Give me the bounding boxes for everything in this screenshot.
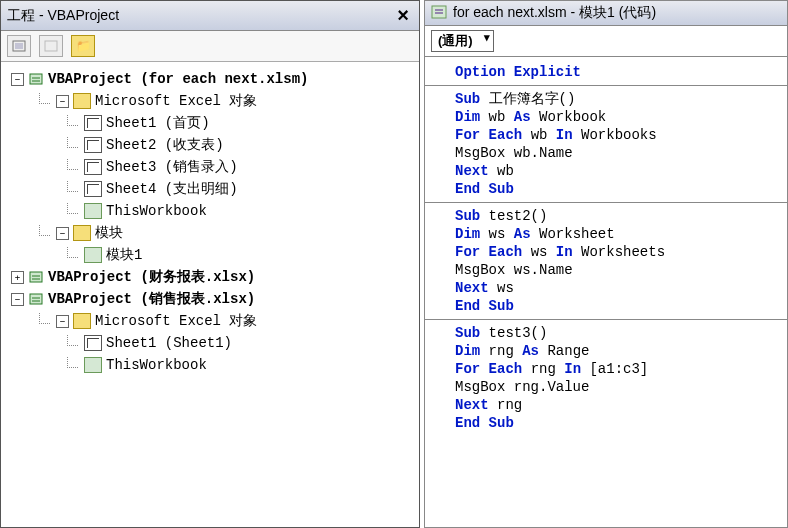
code-line: MsgBox ws.Name [455,261,781,279]
code-line: Dim ws As Worksheet [455,225,781,243]
svg-rect-4 [45,41,57,51]
code-line: For Each wb In Workbooks [455,126,781,144]
svg-rect-14 [432,6,446,18]
expand-collapse-icon[interactable]: − [11,73,24,86]
tree-node[interactable]: Sheet2 (收支表) [5,134,415,156]
module-icon [431,5,447,22]
project-explorer-toolbar: 📁 [1,31,419,62]
tree-node-label: ThisWorkbook [106,357,207,373]
sheet-icon [84,335,102,351]
tree-node[interactable]: Sheet1 (Sheet1) [5,332,415,354]
project-icon [28,292,44,306]
code-line: End Sub [455,297,781,315]
project-explorer-title: 工程 - VBAProject [7,7,119,25]
sheet-icon [84,137,102,153]
code-window-title: for each next.xlsm - 模块1 (代码) [453,4,656,22]
expand-collapse-icon[interactable]: − [56,227,69,240]
tree-node[interactable]: −Microsoft Excel 对象 [5,90,415,112]
code-line: Sub 工作簿名字() [455,90,781,108]
tree-node-label: VBAProject (财务报表.xlsx) [48,268,255,286]
code-line: Dim rng As Range [455,342,781,360]
tree-node[interactable]: ThisWorkbook [5,200,415,222]
expand-collapse-icon[interactable]: − [11,293,24,306]
svg-rect-5 [30,74,42,84]
tree-node-label: VBAProject (for each next.xlsm) [48,71,308,87]
svg-rect-8 [30,272,42,282]
view-object-button[interactable] [39,35,63,57]
project-explorer-pane: 工程 - VBAProject × 📁 −VBAProject (for eac… [0,0,420,528]
expand-collapse-icon[interactable]: + [11,271,24,284]
tree-node-label: Sheet4 (支出明细) [106,180,238,198]
close-icon[interactable]: × [393,4,413,27]
module-icon [84,357,102,373]
code-line: Dim wb As Workbook [455,108,781,126]
svg-rect-11 [30,294,42,304]
tree-node[interactable]: +VBAProject (财务报表.xlsx) [5,266,415,288]
tree-node[interactable]: Sheet3 (销售录入) [5,156,415,178]
code-line: Next wb [455,162,781,180]
tree-node[interactable]: −模块 [5,222,415,244]
code-line: MsgBox wb.Name [455,144,781,162]
tree-node[interactable]: 模块1 [5,244,415,266]
code-line: Next ws [455,279,781,297]
tree-node[interactable]: −Microsoft Excel 对象 [5,310,415,332]
module-icon [84,247,102,263]
toggle-folders-button[interactable]: 📁 [71,35,95,57]
tree-node-label: Sheet3 (销售录入) [106,158,238,176]
sheet-icon [84,115,102,131]
folder-icon: 📁 [76,39,91,53]
code-line: Next rng [455,396,781,414]
form-icon [44,40,58,52]
tree-node-label: 模块1 [106,246,142,264]
tree-node[interactable]: Sheet1 (首页) [5,112,415,134]
code-pane: for each next.xlsm - 模块1 (代码) (通用) Optio… [424,0,788,528]
code-line: For Each ws In Worksheets [455,243,781,261]
folder-icon [73,313,91,329]
tree-node-label: Sheet1 (Sheet1) [106,335,232,351]
project-icon [28,72,44,86]
tree-node-label: Sheet1 (首页) [106,114,210,132]
code-window-titlebar: for each next.xlsm - 模块1 (代码) [424,0,788,25]
tree-node-label: Sheet2 (收支表) [106,136,224,154]
code-line: End Sub [455,414,781,432]
object-combo[interactable]: (通用) [431,30,494,52]
code-line: Sub test3() [455,324,781,342]
tree-node-label: 模块 [95,224,123,242]
module-icon [84,203,102,219]
tree-node[interactable]: ThisWorkbook [5,354,415,376]
folder-icon [73,93,91,109]
folder-icon [73,225,91,241]
tree-node-label: ThisWorkbook [106,203,207,219]
tree-node-label: Microsoft Excel 对象 [95,312,257,330]
tree-node[interactable]: −VBAProject (销售报表.xlsx) [5,288,415,310]
code-editor[interactable]: Option ExplicitSub 工作簿名字()Dim wb As Work… [424,56,788,528]
sheet-icon [84,181,102,197]
project-explorer-titlebar: 工程 - VBAProject × [1,1,419,31]
view-code-button[interactable] [7,35,31,57]
code-line: End Sub [455,180,781,198]
code-dropdown-row: (通用) [424,25,788,56]
code-line: Sub test2() [455,207,781,225]
code-line: Option Explicit [455,63,781,81]
project-tree[interactable]: −VBAProject (for each next.xlsm)−Microso… [1,62,419,527]
sheet-icon [84,159,102,175]
tree-node-label: VBAProject (销售报表.xlsx) [48,290,255,308]
project-icon [28,270,44,284]
expand-collapse-icon[interactable]: − [56,315,69,328]
tree-node[interactable]: Sheet4 (支出明细) [5,178,415,200]
code-line: For Each rng In [a1:c3] [455,360,781,378]
tree-node[interactable]: −VBAProject (for each next.xlsm) [5,68,415,90]
list-icon [12,40,26,52]
code-line: MsgBox rng.Value [455,378,781,396]
tree-node-label: Microsoft Excel 对象 [95,92,257,110]
expand-collapse-icon[interactable]: − [56,95,69,108]
